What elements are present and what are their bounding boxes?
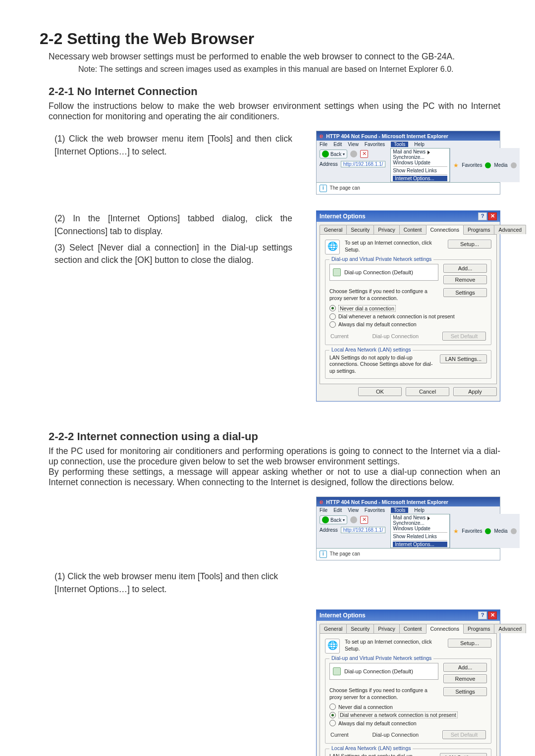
close-icon[interactable]: ✕ <box>488 611 497 619</box>
radio-never-dial[interactable] <box>329 305 336 311</box>
forward-icon[interactable] <box>350 516 357 523</box>
help-icon[interactable]: ? <box>478 611 487 619</box>
radio-always-dial-label: Always dial my default connection <box>338 321 417 327</box>
add-button[interactable]: Add... <box>443 264 487 273</box>
radio-never-dial[interactable] <box>329 704 336 710</box>
favorites-icon: ★ <box>453 528 459 535</box>
dd-sync[interactable]: Synchronize... <box>393 520 447 526</box>
radio-dial-when-absent-label: Dial whenever a network connection is no… <box>338 711 458 718</box>
cancel-button[interactable]: Cancel <box>406 387 449 396</box>
radio-always-dial[interactable] <box>329 321 336 328</box>
tab-content[interactable]: Content <box>399 624 427 633</box>
lan-legend: Local Area Network (LAN) settings <box>329 745 413 751</box>
section-222-body2: By performing these settings, a message … <box>49 467 500 488</box>
menu-favorites[interactable]: Favorites <box>365 142 385 147</box>
tab-content[interactable]: Content <box>399 225 427 234</box>
menu-favorites[interactable]: Favorites <box>365 507 385 513</box>
remove-button[interactable]: Remove <box>443 275 487 284</box>
dd-internet-options[interactable]: Internet Options... <box>393 542 447 547</box>
menu-edit[interactable]: Edit <box>333 142 342 147</box>
tab-advanced[interactable]: Advanced <box>494 225 526 234</box>
radio-dial-when-absent[interactable] <box>329 712 336 718</box>
tab-privacy[interactable]: Privacy <box>374 624 399 633</box>
radio-never-dial-label: Never dial a connection <box>338 305 396 312</box>
radio-never-dial-label: Never dial a connection <box>338 704 393 710</box>
add-button[interactable]: Add... <box>443 663 487 672</box>
menu-view[interactable]: View <box>348 507 359 513</box>
media-label[interactable]: Media <box>494 162 507 168</box>
menu-help[interactable]: Help <box>414 142 425 147</box>
address-url[interactable]: http://192.168.1.1/ <box>341 161 386 167</box>
dd-sync[interactable]: Synchronize... <box>393 154 447 160</box>
lan-settings-button[interactable]: LAN Settings... <box>440 753 487 756</box>
settings-button[interactable]: Settings <box>443 687 487 696</box>
menu-tools[interactable]: Tools <box>391 142 408 147</box>
dd-mail-news[interactable]: Mail and News <box>393 515 447 520</box>
io-title: Internet Options <box>320 213 366 220</box>
back-button[interactable]: Back▾ <box>320 150 347 158</box>
lan-text: LAN Settings do not apply to dial-up con… <box>329 753 435 756</box>
ie-logo-icon: e <box>320 132 323 140</box>
setup-button[interactable]: Setup... <box>448 240 491 249</box>
fig-internet-options-1: Internet Options ? ✕ General Security Pr… <box>316 210 500 402</box>
dd-internet-options[interactable]: Internet Options... <box>393 176 447 181</box>
favorites-label[interactable]: Favorites <box>462 162 482 168</box>
tab-connections[interactable]: Connections <box>426 225 464 235</box>
current-row: Current Dial-up Connection Set Default <box>329 730 487 739</box>
dd-windows-update[interactable]: Windows Update <box>393 526 447 531</box>
help-icon[interactable]: ? <box>478 212 487 220</box>
dd-windows-update[interactable]: Windows Update <box>393 160 447 165</box>
menu-edit[interactable]: Edit <box>333 507 342 513</box>
tab-programs[interactable]: Programs <box>463 225 495 234</box>
dd-show-related[interactable]: Show Related Links <box>393 534 447 539</box>
tab-general[interactable]: General <box>320 624 347 633</box>
note-text: Note: The settings and screen images use… <box>78 64 500 75</box>
settings-button[interactable]: Settings <box>443 288 487 297</box>
close-icon[interactable]: ✕ <box>488 212 497 220</box>
setup-text: To set up an Internet connection, click … <box>345 240 443 253</box>
menu-view[interactable]: View <box>348 142 359 147</box>
menu-file[interactable]: File <box>320 507 327 513</box>
tab-privacy[interactable]: Privacy <box>374 225 399 234</box>
page-cannot-text: The page can <box>330 185 360 191</box>
media-label[interactable]: Media <box>494 528 507 534</box>
dialup-list[interactable]: Dial-up Connection (Default) <box>329 663 438 680</box>
tab-connections[interactable]: Connections <box>426 624 464 634</box>
address-url[interactable]: http://192.168.1.1/ <box>341 527 386 533</box>
choose-text: Choose Settings if you need to configure… <box>329 288 438 302</box>
dd-show-related[interactable]: Show Related Links <box>393 168 447 173</box>
setup-button[interactable]: Setup... <box>448 639 491 648</box>
section-222-body1: If the PC used for monitoring air condit… <box>49 446 500 467</box>
dialup-list[interactable]: Dial-up Connection (Default) <box>329 264 438 281</box>
lan-settings-button[interactable]: LAN Settings... <box>440 354 487 363</box>
section-222-title: 2-2-2 Internet connection using a dial-u… <box>49 430 500 443</box>
remove-button[interactable]: Remove <box>443 674 487 683</box>
dialup-fieldset: Dial-up and Virtual Private Network sett… <box>325 658 491 744</box>
menu-help[interactable]: Help <box>414 507 425 513</box>
forward-icon[interactable] <box>350 151 357 157</box>
radio-dial-when-absent[interactable] <box>329 313 336 320</box>
back-button[interactable]: Back▾ <box>320 515 347 524</box>
apply-button[interactable]: Apply <box>453 387 497 396</box>
ok-button[interactable]: OK <box>358 387 402 396</box>
address-label: Address <box>320 527 338 533</box>
dd-mail-news[interactable]: Mail and News <box>393 149 447 154</box>
io-tabs: General Security Privacy Content Connect… <box>317 222 500 234</box>
menu-file[interactable]: File <box>320 142 327 147</box>
tab-programs[interactable]: Programs <box>463 624 495 633</box>
stop-icon[interactable]: ✕ <box>360 516 368 524</box>
tab-advanced[interactable]: Advanced <box>494 624 526 633</box>
connection-icon <box>333 268 341 276</box>
radio-always-dial[interactable] <box>329 720 336 726</box>
tab-general[interactable]: General <box>320 225 347 234</box>
address-label: Address <box>320 161 338 167</box>
tab-security[interactable]: Security <box>346 624 374 633</box>
step-222-1: (1) Click the web browser menu item [Too… <box>54 570 312 596</box>
stop-icon[interactable]: ✕ <box>360 150 368 158</box>
history-icon[interactable] <box>511 162 517 168</box>
menu-tools[interactable]: Tools <box>391 507 408 513</box>
history-icon[interactable] <box>511 528 517 534</box>
current-value: Dial-up Connection <box>373 732 419 738</box>
favorites-label[interactable]: Favorites <box>462 528 482 534</box>
tab-security[interactable]: Security <box>346 225 374 234</box>
